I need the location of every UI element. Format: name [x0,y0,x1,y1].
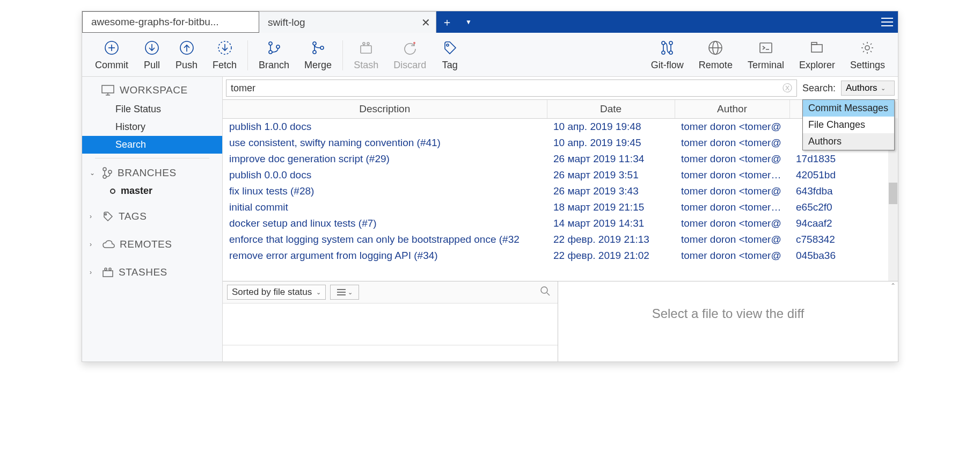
search-box[interactable]: ⓧ [226,79,797,97]
tag-button[interactable]: Tag [434,37,466,73]
table-row[interactable]: improve doc generation script (#29)26 ма… [223,151,898,167]
chevron-down-icon: ⌄ [316,289,321,296]
branch-row-master[interactable]: master [82,183,222,199]
svg-point-26 [662,51,665,54]
chevron-down-icon: ⌄ [881,85,886,92]
new-tab-icon[interactable]: ＋ [442,15,452,30]
svg-point-36 [865,46,869,50]
cell-date: 26 март 2019 11:34 [547,151,675,167]
cell-date: 14 март 2019 14:31 [547,215,675,232]
svg-point-20 [367,42,369,45]
stash-button[interactable]: Stash [346,37,386,73]
dropdown-option-file-changes[interactable]: File Changes [803,117,894,133]
sidebar-item-history[interactable]: History [82,118,222,136]
branch-icon [266,39,283,56]
tab-menu-icon[interactable]: ▼ [465,18,472,26]
sidebar-item-filestatus[interactable]: File Status [82,100,222,118]
gitflow-button[interactable]: Git-flow [643,37,691,73]
remote-button[interactable]: Remote [691,37,740,73]
cell-date: 18 март 2019 21:15 [547,199,675,215]
svg-rect-44 [103,271,113,277]
svg-point-19 [363,42,365,45]
svg-point-28 [669,51,672,54]
tag-icon [103,211,113,222]
sidebar-item-search[interactable]: Search [82,136,222,154]
search-label: Search: [800,83,838,94]
plus-circle-icon [103,39,120,56]
table-row[interactable]: remove error argument from logging API (… [223,248,898,264]
branch-icon [103,167,112,179]
svg-point-40 [103,168,106,171]
cell-desc: publish 0.0.0 docs [223,167,547,183]
svg-point-13 [269,50,272,54]
cell-hash: 42051bd [789,167,898,183]
merge-button[interactable]: Merge [297,37,339,73]
dropdown-option-authors[interactable]: Authors [803,133,894,150]
commit-button[interactable]: Commit [87,37,136,73]
gear-icon [859,39,876,56]
cell-author: tomer doron <tomer@ [675,119,789,135]
svg-rect-37 [102,85,114,93]
sidebar-section-stashes[interactable]: › STASHES [82,262,222,283]
arrow-down-circle-icon [143,39,160,56]
discard-icon [401,39,419,56]
dropdown-option-commit-messages[interactable]: Commit Messages [803,100,894,117]
col-header-author[interactable]: Author [675,100,789,119]
table-row[interactable]: docker setup and linux tests (#7)14 март… [223,215,898,232]
cell-desc: use consistent, swifty naming convention… [223,135,547,151]
table-row[interactable]: publish 1.0.0 docs10 апр. 2019 19:48tome… [223,119,898,135]
main-panel: ⓧ Search: Authors ⌄ Commit Messages File… [223,77,898,361]
svg-point-42 [108,170,112,173]
titlebar: awesome-graphs-for-bitbu... swift-log ✕ … [82,11,898,33]
sidebar-section-remotes[interactable]: › REMOTES [82,234,222,255]
cell-hash: 643fdba [789,183,898,199]
hamburger-menu-icon[interactable] [876,11,898,33]
tab-repo-1[interactable]: awesome-graphs-for-bitbu... [82,11,259,33]
scrollbar-thumb[interactable] [889,183,897,204]
terminal-button[interactable]: Terminal [740,37,792,73]
search-type-dropdown: Commit Messages File Changes Authors [802,99,895,150]
push-button[interactable]: Push [168,37,205,73]
svg-rect-34 [811,45,822,52]
current-branch-indicator-icon [110,189,115,194]
col-header-date[interactable]: Date [547,100,675,119]
table-row[interactable]: initial commit18 март 2019 21:15tomer do… [223,199,898,215]
scroll-up-icon[interactable]: ⌃ [888,281,898,290]
cell-date: 22 февр. 2019 21:13 [547,232,675,248]
search-type-select[interactable]: Authors ⌄ [841,81,895,96]
tab-repo-2[interactable]: swift-log ✕ [259,11,436,33]
pull-button[interactable]: Pull [136,37,168,73]
chevron-right-icon: › [90,213,97,220]
settings-button[interactable]: Settings [843,37,893,73]
search-input[interactable] [231,83,782,94]
bottom-panel: Sorted by file status ⌄ ⌄ [223,281,898,361]
file-search-icon[interactable] [540,286,553,298]
stash-icon [103,267,113,277]
view-mode-select[interactable]: ⌄ [330,285,359,300]
sort-select[interactable]: Sorted by file status ⌄ [227,285,326,300]
sidebar-section-branches[interactable]: ⌄ BRANCHES [82,163,222,183]
commit-table: Description Date Author Commit publish 1… [223,99,898,281]
sidebar-section-workspace[interactable]: WORKSPACE [82,80,222,100]
table-row[interactable]: use consistent, swifty naming convention… [223,135,898,151]
cell-hash: 045ba36 [789,248,898,264]
sidebar-section-tags[interactable]: › TAGS [82,206,222,227]
discard-button[interactable]: Discard [386,37,434,73]
list-icon [337,289,346,295]
cell-desc: fix linux tests (#28) [223,183,547,199]
fetch-button[interactable]: Fetch [205,37,244,73]
table-row[interactable]: publish 0.0.0 docs26 март 2019 3:51tomer… [223,167,898,183]
table-row[interactable]: fix linux tests (#28)26 март 2019 3:43to… [223,183,898,199]
chevron-down-icon: ⌄ [348,289,353,296]
svg-point-25 [662,41,665,45]
cell-author: tomer doron <tomer@ [675,151,789,167]
terminal-icon [757,39,774,56]
col-header-description[interactable]: Description [223,100,547,119]
close-icon[interactable]: ✕ [421,16,430,29]
diff-placeholder: Select a file to view the diff [558,290,898,361]
clear-search-icon[interactable]: ⓧ [782,82,792,95]
explorer-button[interactable]: Explorer [792,37,843,73]
cell-author: tomer doron <tomer@ [675,232,789,248]
branch-button[interactable]: Branch [251,37,297,73]
table-row[interactable]: enforce that logging system can only be … [223,232,898,248]
